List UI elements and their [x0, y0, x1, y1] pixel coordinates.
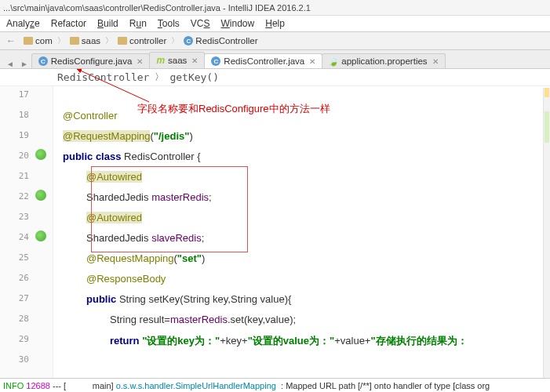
class-icon: C — [38, 56, 48, 66]
tab-redisconfigure[interactable]: CRedisConfigure.java✕ — [31, 53, 151, 68]
folder-icon — [118, 37, 127, 45]
annotation-text: 字段名称要和RedisConfigure中的方法一样 — [137, 102, 330, 116]
menu-window[interactable]: Window — [217, 16, 260, 31]
window-title: ...\src\main\java\com\saas\controller\Re… — [3, 3, 311, 13]
log-level: INFO — [3, 381, 24, 390]
chevron-icon: 〉 — [57, 35, 65, 46]
code-token: @Controller — [63, 110, 118, 122]
menu-build[interactable]: Build — [93, 16, 123, 31]
leaf-icon: 🍃 — [329, 56, 338, 66]
breadcrumb-class[interactable]: RedisController — [53, 70, 153, 85]
status-bar: INFO 12688 --- [ main] o.s.w.s.handler.S… — [0, 378, 550, 392]
menu-vcs[interactable]: VCS — [186, 16, 215, 31]
title-bar: ...\src\main\java\com\saas\controller\Re… — [0, 0, 550, 16]
menu-bar: Analyze Refactor Build Run Tools VCS Win… — [0, 16, 550, 31]
nav-com[interactable]: com — [20, 34, 56, 47]
chevron-icon: 〉 — [155, 71, 164, 84]
close-icon[interactable]: ✕ — [431, 57, 439, 66]
folder-icon — [70, 37, 79, 45]
nav-file[interactable]: CRedisController — [180, 34, 260, 47]
tab-scroll-right-icon[interactable]: ► — [17, 60, 31, 68]
line-number: 27 — [12, 293, 29, 303]
menu-tools[interactable]: Tools — [153, 16, 184, 31]
tab-saas[interactable]: msaas✕ — [149, 52, 205, 68]
chevron-icon: 〉 — [171, 35, 179, 46]
change-mark[interactable] — [545, 111, 549, 143]
line-number: 17 — [12, 89, 29, 100]
line-number: 28 — [12, 314, 29, 324]
breadcrumb-method[interactable]: getKey() — [166, 70, 223, 85]
tab-rediscontroller[interactable]: CRedisController.java✕ — [204, 53, 322, 68]
class-icon: C — [211, 56, 220, 66]
gutter-bean-icon[interactable] — [35, 230, 48, 243]
editor-tabs: ◄ ► CRedisConfigure.java✕ msaas✕ CRedisC… — [0, 50, 550, 69]
close-icon[interactable]: ✕ — [308, 57, 315, 66]
gutter[interactable]: 17 18 19 20 21 22 23 24 25 26 27 28 29 3… — [0, 86, 53, 378]
nav-saas[interactable]: saas — [67, 34, 104, 47]
line-number: 23 — [12, 212, 29, 222]
annotation-box — [91, 166, 248, 252]
line-number: 29 — [12, 334, 29, 344]
line-number: 26 — [12, 273, 29, 283]
chevron-icon: 〉 — [105, 35, 113, 46]
line-number: 24 — [12, 232, 29, 242]
close-icon[interactable]: ✕ — [190, 56, 198, 65]
class-icon: C — [184, 36, 193, 45]
maven-icon: m — [156, 55, 165, 66]
warning-mark[interactable] — [545, 88, 549, 97]
nav-controller[interactable]: controller — [115, 34, 169, 47]
gutter-bean-icon[interactable] — [35, 190, 48, 202]
line-number: 20 — [12, 151, 29, 161]
code-editor[interactable]: 17 18 19 20 21 22 23 24 25 26 27 28 29 3… — [0, 86, 550, 378]
navigation-bar: ← com 〉 saas 〉 controller 〉 CRedisContro… — [0, 31, 550, 50]
log-class: o.s.w.s.handler.SimpleUrlHandlerMapping — [116, 381, 276, 390]
line-number: 19 — [12, 130, 29, 140]
folder-icon — [24, 37, 33, 45]
menu-help[interactable]: Help — [260, 16, 290, 31]
line-number: 18 — [12, 110, 29, 120]
tab-scroll-left-icon[interactable]: ◄ — [3, 60, 17, 68]
tab-application-properties[interactable]: 🍃application.properties✕ — [322, 53, 445, 68]
line-number: 30 — [12, 354, 29, 365]
menu-refactor[interactable]: Refactor — [46, 16, 91, 31]
menu-run[interactable]: Run — [125, 16, 151, 31]
nav-back-icon[interactable]: ← — [3, 35, 19, 46]
line-number: 22 — [12, 191, 29, 201]
line-number: 25 — [12, 252, 29, 263]
editor-breadcrumb: RedisController 〉 getKey() — [0, 69, 550, 86]
close-icon[interactable]: ✕ — [135, 57, 143, 66]
code-token: @RequestMapping — [63, 130, 150, 142]
log-pid: 12688 — [26, 381, 50, 390]
line-number: 21 — [12, 171, 29, 181]
menu-analyze[interactable]: Analyze — [2, 16, 45, 31]
gutter-run-icon[interactable] — [35, 149, 48, 162]
error-stripe[interactable] — [543, 88, 550, 378]
